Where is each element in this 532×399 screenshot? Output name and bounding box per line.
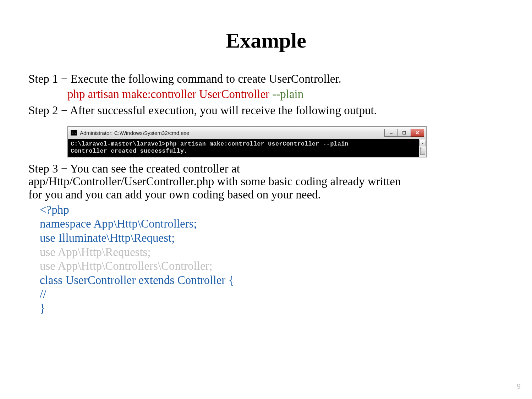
code-line-2: namespace App\Http\Controllers; [40,217,504,231]
scroll-grip-icon: ≡ [421,147,425,150]
step-2-text: Step 2 − After successful execution, you… [28,102,504,119]
command-main: php artisan make:controller UserControll… [67,88,272,100]
command-line: php artisan make:controller UserControll… [67,88,504,101]
code-line-1: <?php [40,203,504,217]
slide-title: Example [28,28,504,53]
maximize-icon [402,131,406,135]
cmd-window-title: Administrator: C:\Windows\System32\cmd.e… [80,130,382,136]
cmd-scrollbar[interactable]: ▴ ≡ [419,139,426,157]
command-flag: --plain [272,88,303,100]
scroll-track[interactable]: ≡ [420,147,425,155]
cmd-line-2: Controller created successfully. [71,148,188,154]
svg-rect-0 [390,133,393,134]
maximize-button[interactable] [397,129,411,137]
minimize-icon [389,131,393,135]
step-3-line-c: for you and you can add your own coding … [28,188,504,201]
window-controls [385,129,424,137]
svg-rect-1 [403,131,406,134]
close-button[interactable] [411,129,424,137]
cmd-titlebar: C:\ Administrator: C:\Windows\System32\c… [68,127,426,139]
minimize-button[interactable] [384,129,398,137]
slide: Example Step 1 − Execute the following c… [0,0,532,399]
cmd-icon: C:\ [71,130,77,136]
scroll-up-icon[interactable]: ▴ [419,140,426,146]
step-3-block: Step 3 − You can see the created control… [28,162,504,201]
code-line-5: use App\Http\Controllers\Controller; [40,259,504,273]
php-code-block: <?php namespace App\Http\Controllers; us… [40,203,504,316]
cmd-line-1: C:\laravel-master\laravel>php artisan ma… [71,141,349,147]
step-3-line-b: app/Http/Controller/UserController.php w… [28,175,504,188]
scroll-thumb[interactable]: ≡ [420,147,425,155]
code-line-4: use App\Http\Requests; [40,245,504,259]
step-3-line-a: Step 3 − You can see the created control… [28,162,504,175]
step-1-text: Step 1 − Execute the following command t… [28,71,504,87]
cmd-body-wrap: C:\laravel-master\laravel>php artisan ma… [68,139,426,157]
code-line-8: // [40,287,504,301]
code-line-7: class UserController extends Controller … [40,273,504,288]
cmd-window: C:\ Administrator: C:\Windows\System32\c… [67,126,427,157]
close-icon [415,131,419,135]
code-line-9: } [40,301,504,316]
cmd-output: C:\laravel-master\laravel>php artisan ma… [68,139,419,157]
code-line-3: use Illuminate\Http\Request; [40,231,504,245]
page-number: 9 [517,382,521,390]
